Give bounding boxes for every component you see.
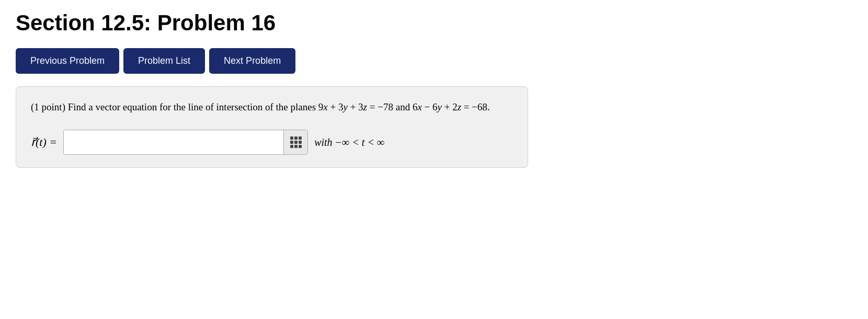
next-problem-button[interactable]: Next Problem	[209, 48, 295, 74]
navigation-buttons: Previous Problem Problem List Next Probl…	[16, 48, 852, 74]
grid-icon	[290, 136, 302, 148]
problem-container: (1 point) Find a vector equation for the…	[16, 86, 528, 168]
page-title: Section 12.5: Problem 16	[16, 10, 852, 36]
vector-label: r⃗(t) =	[31, 135, 57, 149]
answer-input[interactable]	[64, 130, 283, 154]
answer-input-wrapper	[63, 130, 308, 155]
problem-list-button[interactable]: Problem List	[123, 48, 205, 74]
previous-problem-button[interactable]: Previous Problem	[16, 48, 119, 74]
problem-points: (1 point)	[31, 101, 65, 112]
with-condition-text: with −∞ < t < ∞	[314, 136, 384, 149]
grid-button[interactable]	[283, 130, 307, 154]
problem-text: (1 point) Find a vector equation for the…	[31, 99, 513, 115]
answer-row: r⃗(t) = with −∞ < t < ∞	[31, 130, 513, 155]
